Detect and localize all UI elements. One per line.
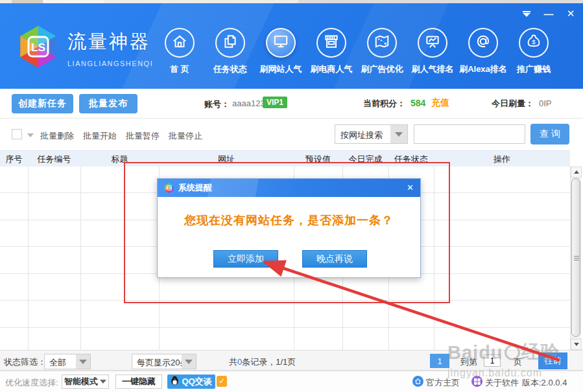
page-number-button[interactable]: 1 [430, 354, 449, 368]
goto-page-unit: 页 [514, 356, 522, 368]
version-text: 版本:2.0.0.4 [522, 377, 567, 389]
create-task-button[interactable]: 创建新任务 [12, 94, 73, 113]
status-filter-value: 全部 [49, 357, 66, 369]
dialog-close-icon[interactable]: ✕ [407, 183, 414, 192]
svg-text:LS: LS [31, 41, 45, 54]
nav-item-home[interactable]: 首 页 [154, 28, 205, 75]
svg-text:$: $ [532, 38, 536, 45]
batch-stop-link[interactable]: 批量停止 [169, 130, 202, 142]
qq-verified-badge: ✓ [217, 376, 227, 387]
search-type-select[interactable]: 按网址搜索 [335, 124, 408, 144]
scrollbar-thumb[interactable] [571, 178, 580, 337]
documents-icon [222, 33, 239, 52]
scrollbar-grip-icon [574, 256, 579, 261]
skin-button[interactable] [521, 8, 532, 19]
app-header: LS 流量神器 LIANGLIANGSHENQI 首 页 任务状态 [0, 3, 583, 89]
column-header-actions: 操作 [434, 151, 570, 167]
moneybag-icon: $ [525, 33, 542, 52]
qq-chat-button[interactable]: QQ交谈 [167, 375, 215, 389]
status-filter-select[interactable]: 全部 [44, 354, 91, 369]
page-size-select[interactable]: 每页显示20条 [132, 354, 196, 369]
batch-delete-link[interactable]: 批量删除 [40, 130, 74, 142]
later-button[interactable]: 晚点再说 [302, 250, 367, 268]
presentation-icon [424, 33, 441, 52]
store-icon [323, 33, 340, 52]
vip-badge: VIP1 [263, 97, 287, 108]
nav-item-alexa-rank[interactable]: 刷Alexa排名 [458, 28, 508, 75]
nav-item-promote-earn[interactable]: $ 推广赚钱 [508, 28, 559, 75]
search-input[interactable] [414, 124, 525, 144]
batch-publish-button[interactable]: 批量发布 [79, 94, 137, 113]
goto-page-input[interactable] [484, 354, 501, 367]
speed-mode-value: 智能模式 [64, 376, 98, 387]
map-icon [374, 33, 390, 52]
today-volume-label: 今日刷量： [492, 98, 534, 110]
dialog-title-bar: LS 系统提醒 ✕ [158, 179, 420, 197]
scroll-down-button[interactable] [571, 339, 582, 350]
official-home-link[interactable]: 官方主页 [426, 377, 460, 389]
search-type-value: 按网址搜索 [340, 130, 383, 141]
column-header-task-status: 任务状态 [388, 151, 434, 167]
column-header-today-done: 今日完成 [342, 151, 388, 167]
select-all-checkbox[interactable] [12, 129, 22, 139]
vertical-scrollbar[interactable] [570, 167, 581, 350]
system-alert-dialog: LS 系统提醒 ✕ 您现在没有网站任务，是否添加一条？ 立即添加 晚点再说 [157, 178, 421, 278]
task-table-header: 序号 任务编号 标题 网址 预设值 今日完成 任务状态 操作 [0, 150, 570, 167]
dialog-logo-icon: LS [163, 182, 175, 196]
speed-mode-select[interactable]: 智能模式 [62, 375, 109, 389]
goto-page-button[interactable]: 往前 [538, 352, 567, 369]
window-controls: — ✕ [521, 7, 577, 20]
app-logo-text: 流量神器 LIANGLIANGSHENQI [67, 29, 153, 67]
select-dropdown-icon[interactable] [27, 133, 34, 137]
recharge-link[interactable]: 充值 [431, 97, 449, 109]
batch-start-link[interactable]: 批量开始 [83, 130, 117, 142]
page-size-value: 每页显示20条 [137, 357, 188, 369]
svg-text:LS: LS [167, 187, 171, 190]
about-software-link[interactable]: 关于软件 [485, 377, 519, 389]
nav-item-rank-boost[interactable]: 刷人气排名 [407, 28, 458, 75]
column-header-preset: 预设值 [294, 151, 342, 167]
points-label: 当前积分： [363, 98, 405, 110]
nav-item-task-status[interactable]: 任务状态 [205, 28, 256, 75]
status-filter-label: 状态筛选： [4, 356, 46, 368]
scroll-up-button[interactable] [571, 167, 582, 178]
nav-item-ecommerce-traffic[interactable]: 刷电商人气 [306, 28, 357, 75]
app-logo-icon: LS [14, 21, 62, 72]
app-window: LS 流量神器 LIANGLIANGSHENQI 首 页 任务状态 [0, 0, 583, 392]
chevron-down-icon [76, 354, 90, 369]
chevron-down-icon [100, 380, 106, 384]
minimize-button[interactable]: — [543, 8, 554, 19]
records-summary: 共0条记录，1/1页 [229, 356, 296, 368]
goto-page-label: 到第 [460, 356, 477, 368]
qq-penguin-icon [171, 376, 179, 387]
dialog-message: 您现在没有网站任务，是否添加一条？ [158, 213, 420, 228]
points-value: 584 [410, 98, 425, 108]
app-title: 流量神器 [67, 29, 153, 55]
monitor-icon [272, 33, 289, 52]
home-icon [171, 33, 188, 52]
column-header-title: 标题 [80, 151, 159, 167]
column-header-task-id: 任务编号 [28, 151, 80, 167]
query-button[interactable]: 查 询 [530, 124, 569, 144]
add-now-button[interactable]: 立即添加 [213, 250, 278, 268]
chevron-down-icon [390, 125, 407, 143]
app-subtitle: LIANGLIANGSHENQI [67, 60, 153, 67]
account-label: 账号： [204, 98, 230, 110]
column-header-index: 序号 [0, 151, 28, 167]
pagination-bar: 状态筛选： 全部 每页显示20条 共0条记录，1/1页 1 到第 页 往前 [0, 350, 583, 371]
triangle-down-icon [574, 343, 579, 346]
today-volume-value: 0IP [539, 98, 552, 108]
about-windows-icon [471, 376, 482, 387]
dialog-title: 系统提醒 [178, 182, 212, 194]
close-button[interactable]: ✕ [565, 8, 577, 19]
nav-item-ad-optimize[interactable]: 刷广告优化 [357, 28, 407, 75]
status-bar: 优化速度选择: 智能模式 一键隐藏 QQ交谈 ✓ 官方主页 关于软件 [0, 371, 583, 392]
batch-pause-link[interactable]: 批量暂停 [126, 130, 160, 142]
chevron-down-icon [182, 354, 196, 369]
at-icon [475, 33, 492, 52]
nav-item-website-traffic[interactable]: 刷网站人气 [256, 28, 306, 75]
official-home-icon [412, 376, 423, 387]
triangle-up-icon [574, 170, 579, 174]
one-key-hide-button[interactable]: 一键隐藏 [115, 375, 162, 389]
column-header-url: 网址 [159, 151, 294, 167]
